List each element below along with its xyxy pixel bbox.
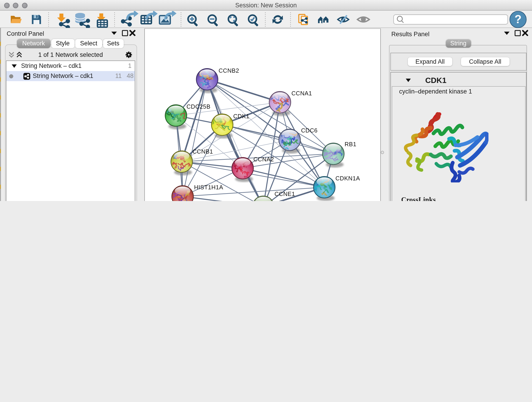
svg-text:CCNE1: CCNE1: [274, 191, 295, 197]
svg-text:1 of 1 Network selected: 1 of 1 Network selected: [38, 51, 103, 58]
svg-text:?: ?: [515, 13, 522, 26]
svg-text:CCNB2: CCNB2: [218, 67, 239, 74]
svg-text:CDC25B: CDC25B: [186, 103, 210, 110]
svg-text:CDK1: CDK1: [233, 113, 249, 119]
svg-text:CCNB1: CCNB1: [192, 148, 213, 155]
svg-text:HIST1H1A: HIST1H1A: [194, 184, 223, 191]
svg-text:CCNA1: CCNA1: [291, 90, 312, 96]
svg-text:CDKN1A: CDKN1A: [335, 175, 360, 182]
svg-text:CCNA2: CCNA2: [253, 156, 274, 162]
svg-text:CDC6: CDC6: [301, 127, 317, 134]
svg-text:RB1: RB1: [344, 141, 356, 147]
